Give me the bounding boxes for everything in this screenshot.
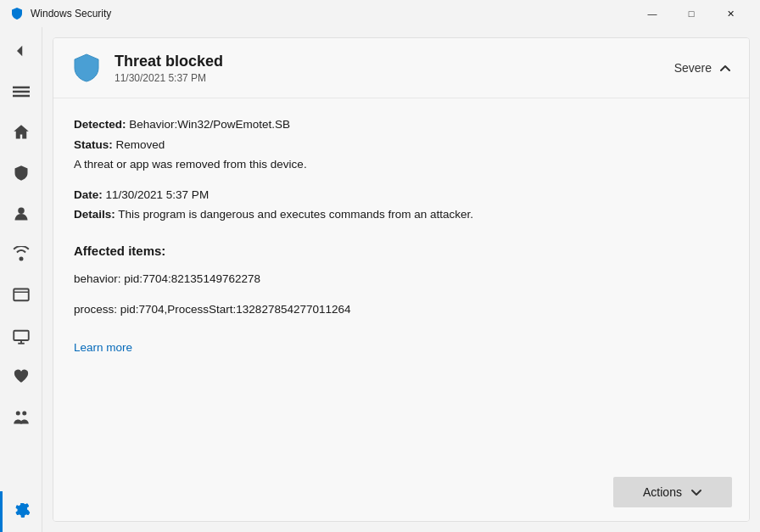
threat-header: Threat blocked 11/30/2021 5:37 PM Severe	[53, 38, 749, 98]
threat-title: Threat blocked	[115, 53, 223, 70]
app-body: Threat blocked 11/30/2021 5:37 PM Severe	[0, 27, 760, 532]
maximize-button[interactable]: □	[672, 0, 711, 27]
sidebar-item-back[interactable]	[0, 31, 42, 71]
window-controls[interactable]: — □ ✕	[633, 0, 750, 27]
health-icon	[13, 368, 30, 385]
back-icon	[13, 42, 30, 59]
threat-date: 11/30/2021 5:37 PM	[115, 72, 223, 84]
affected-items-title: Affected items:	[74, 241, 729, 261]
sidebar-item-home[interactable]	[0, 112, 42, 153]
threat-body: Detected: Behavior:Win32/PowEmotet.SB St…	[53, 98, 749, 467]
title-bar-left: Windows Security	[10, 7, 111, 20]
sidebar-item-settings[interactable]	[0, 491, 42, 532]
svg-rect-4	[14, 289, 29, 301]
affected-item-2: process: pid:7704,ProcessStart:132827854…	[74, 300, 729, 319]
sidebar-item-shield[interactable]	[0, 153, 42, 193]
threat-footer: Actions	[53, 467, 749, 521]
severity-label: Severe	[674, 61, 712, 75]
threat-title-block: Threat blocked 11/30/2021 5:37 PM	[115, 53, 223, 84]
chevron-up-icon	[718, 61, 732, 75]
learn-more-link[interactable]: Learn more	[74, 339, 132, 357]
affected-item-1: behavior: pid:7704:82135149762278	[74, 270, 729, 288]
svg-rect-0	[13, 87, 30, 89]
home-icon	[13, 124, 30, 141]
settings-icon	[14, 503, 31, 520]
sidebar-item-menu[interactable]	[0, 71, 42, 112]
svg-point-10	[22, 412, 26, 416]
firewall-icon	[13, 246, 30, 263]
sidebar-item-health[interactable]	[0, 356, 42, 397]
actions-button[interactable]: Actions	[613, 477, 732, 507]
severity-toggle[interactable]: Severe	[674, 61, 732, 75]
sidebar	[0, 27, 42, 532]
detail-message-line: Details: This program is dangerous and e…	[74, 205, 729, 224]
actions-label: Actions	[643, 485, 682, 499]
threat-card: Threat blocked 11/30/2021 5:37 PM Severe	[53, 37, 750, 522]
status-line: Status: Removed	[74, 136, 729, 154]
app-icon	[10, 7, 24, 20]
device-icon	[13, 328, 30, 344]
family-icon	[13, 409, 30, 426]
detected-line: Detected: Behavior:Win32/PowEmotet.SB	[74, 115, 729, 134]
sidebar-item-family[interactable]	[0, 397, 42, 438]
close-button[interactable]: ✕	[711, 0, 750, 27]
sidebar-item-account[interactable]	[0, 193, 42, 234]
chevron-down-icon	[690, 486, 702, 498]
detail-date-line: Date: 11/30/2021 5:37 PM	[74, 186, 729, 204]
svg-rect-1	[13, 91, 30, 93]
main-content: Threat blocked 11/30/2021 5:37 PM Severe	[42, 27, 760, 532]
app-title: Windows Security	[31, 8, 111, 20]
shield-threat-icon	[71, 53, 102, 83]
title-bar: Windows Security — □ ✕	[0, 0, 760, 27]
svg-rect-2	[13, 95, 30, 98]
threat-shield-icon	[70, 52, 103, 84]
app-browser-icon	[13, 287, 30, 304]
minimize-button[interactable]: —	[633, 0, 672, 27]
svg-rect-6	[14, 331, 29, 340]
threat-header-left: Threat blocked 11/30/2021 5:37 PM	[70, 52, 223, 84]
sidebar-item-app[interactable]	[0, 275, 42, 316]
sidebar-item-firewall[interactable]	[0, 234, 42, 275]
svg-point-9	[15, 412, 20, 416]
status-message: A threat or app was removed from this de…	[74, 155, 729, 174]
account-icon	[13, 205, 30, 222]
menu-icon	[13, 83, 30, 100]
sidebar-item-device[interactable]	[0, 316, 42, 356]
shield-nav-icon	[13, 165, 30, 182]
svg-point-3	[18, 208, 25, 215]
